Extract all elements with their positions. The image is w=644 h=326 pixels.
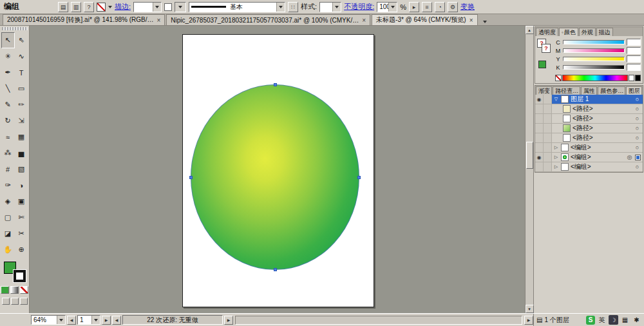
fullscreen-mode-button[interactable] [20, 298, 28, 305]
sogou-logo-icon[interactable]: S [586, 316, 595, 325]
line-segment-tool[interactable]: ╲ [1, 81, 15, 97]
document-tab-2[interactable]: Nipic_26785037_20180321175057703037.ai* … [166, 14, 370, 25]
layer-row-path2[interactable]: <路径> ○ [535, 114, 643, 124]
dropdown-arrow-icon[interactable] [57, 316, 65, 324]
visibility-toggle[interactable] [535, 143, 544, 152]
lock-toggle[interactable] [544, 104, 552, 113]
eyedropper-tool[interactable]: ✑ [1, 177, 15, 193]
keyboard-icon[interactable]: ▦ [620, 315, 630, 325]
lock-toggle[interactable] [544, 95, 552, 104]
tab-pathfinder[interactable]: 路径查… [553, 86, 580, 95]
undo-status[interactable]: 22 次还原: 无重做 [122, 315, 223, 325]
palette-grip[interactable] [2, 27, 28, 30]
anchor-point-top[interactable] [274, 83, 277, 86]
rectangle-tool[interactable]: ▭ [15, 81, 28, 97]
target-icon[interactable]: ○ [633, 135, 641, 141]
vertical-scroll-thumb[interactable] [526, 142, 533, 169]
anchor-point-left[interactable] [189, 176, 193, 179]
live-paint-selection-tool[interactable]: ▣ [15, 193, 28, 209]
cyan-slider[interactable] [563, 40, 625, 44]
layer-name[interactable]: <编组> [571, 153, 623, 162]
visibility-toggle[interactable] [535, 114, 544, 123]
gradient-circle-object[interactable] [191, 84, 359, 270]
dropdown-arrow-icon[interactable] [175, 3, 185, 12]
preferences-icon[interactable]: ⚙ [448, 2, 458, 12]
layer-thumbnail[interactable] [563, 134, 571, 142]
anchor-point-right[interactable] [357, 176, 361, 179]
tab-attributes[interactable]: 属性 [581, 86, 597, 95]
symbol-sprayer-tool[interactable]: ⁂ [1, 145, 15, 161]
direct-selection-tool[interactable]: ⇖ [15, 32, 28, 48]
tab-color[interactable]: ◦颜色 [559, 28, 578, 36]
visibility-toggle[interactable] [535, 133, 544, 142]
opacity-link[interactable]: 不透明度: [344, 2, 374, 12]
close-icon[interactable]: × [469, 17, 473, 24]
layer-name[interactable]: <编组> [571, 143, 631, 152]
layer-name[interactable]: <路径> [573, 124, 631, 133]
visibility-toggle[interactable] [535, 104, 544, 113]
rotate-tool[interactable]: ↻ [1, 113, 15, 129]
pen-tool[interactable]: ✒ [1, 64, 15, 81]
expand-icon[interactable]: ▷ [553, 145, 559, 150]
layer-name[interactable]: <路径> [573, 114, 631, 123]
target-icon[interactable]: ○ [633, 106, 641, 112]
tab-gradient[interactable]: 渐变 [536, 86, 552, 95]
isolate-mode-icon[interactable]: ◔ [435, 2, 445, 12]
recolor-art-icon[interactable]: ∷ [288, 2, 298, 12]
white-swatch[interactable] [629, 75, 634, 81]
vertical-scrollbar[interactable]: ▲ ▼ [525, 26, 533, 313]
layer-name[interactable]: <路径> [573, 104, 631, 113]
layer-row-path4[interactable]: <路径> ○ [535, 133, 643, 143]
close-icon[interactable]: × [362, 17, 366, 24]
lock-toggle[interactable] [544, 114, 552, 123]
layer-name[interactable]: 图层 1 [571, 95, 631, 104]
selection-tool[interactable]: ↖ [1, 32, 15, 48]
lock-toggle[interactable] [544, 153, 552, 162]
black-swatch[interactable] [635, 75, 641, 81]
type-tool[interactable]: T [15, 64, 28, 81]
dropdown-arrow-icon[interactable] [332, 3, 341, 12]
tab-transparency[interactable]: 透明度 [536, 28, 558, 36]
expand-icon[interactable]: ▽ [553, 97, 559, 102]
color-button[interactable] [1, 286, 9, 294]
scale-tool[interactable]: ⇲ [15, 113, 28, 129]
layer-thumbnail[interactable] [561, 153, 569, 161]
artboard[interactable] [182, 34, 374, 307]
paintbrush-tool[interactable]: ✎ [1, 97, 15, 113]
black-slider[interactable] [563, 65, 625, 70]
visibility-toggle[interactable] [535, 162, 544, 171]
scroll-up-icon[interactable]: ▲ [526, 26, 534, 34]
variable-width-box[interactable] [164, 3, 172, 11]
next-page-icon[interactable]: ▶ [102, 316, 111, 325]
normal-screen-mode-button[interactable] [2, 298, 10, 305]
free-transform-tool[interactable]: ▦ [15, 129, 28, 145]
yellow-slider[interactable] [563, 57, 625, 61]
style-combo[interactable] [319, 2, 341, 12]
anchor-point-bottom[interactable] [274, 268, 277, 271]
tab-list-menu-icon[interactable] [483, 21, 487, 23]
gradient-tool[interactable]: ▧ [15, 161, 28, 177]
artboard-nav-combo[interactable]: 1 [77, 315, 100, 325]
pencil-tool[interactable]: ✏ [15, 97, 28, 113]
tab-stroke[interactable]: 描边 [596, 28, 613, 36]
doc-grid-icon[interactable]: ▥ [71, 2, 81, 12]
magenta-value-input[interactable] [627, 47, 641, 54]
fullscreen-menu-mode-button[interactable] [11, 298, 19, 305]
transform-link[interactable]: 变换 [460, 2, 475, 12]
document-tab-1[interactable]: 2008710145016959 [转换].ai* @ 141.98% (RGB… [3, 14, 165, 25]
dropdown-arrow-icon[interactable] [153, 3, 161, 12]
document-tab-3[interactable]: 未标题-3* @ 64% (CMYK/预览) × [372, 14, 477, 25]
language-indicator[interactable]: 英 [597, 315, 607, 325]
layer-thumbnail[interactable] [561, 95, 569, 103]
magic-wand-tool[interactable]: ✳ [1, 48, 15, 64]
target-icon[interactable]: ○ [633, 144, 641, 151]
lock-toggle[interactable] [544, 133, 552, 142]
moon-icon[interactable]: ☽ [609, 315, 618, 325]
stroke-color-swatch[interactable] [14, 270, 26, 282]
layer-row-layer1[interactable]: ◉ ▽ 图层 1 ○ [535, 95, 643, 104]
stroke-weight-combo[interactable] [133, 2, 162, 12]
expand-icon[interactable]: ▷ [553, 164, 559, 169]
opacity-combo[interactable]: 100 [377, 2, 397, 12]
scroll-right-icon[interactable]: ▶ [524, 316, 533, 325]
column-graph-tool[interactable]: ▅ [15, 145, 28, 161]
